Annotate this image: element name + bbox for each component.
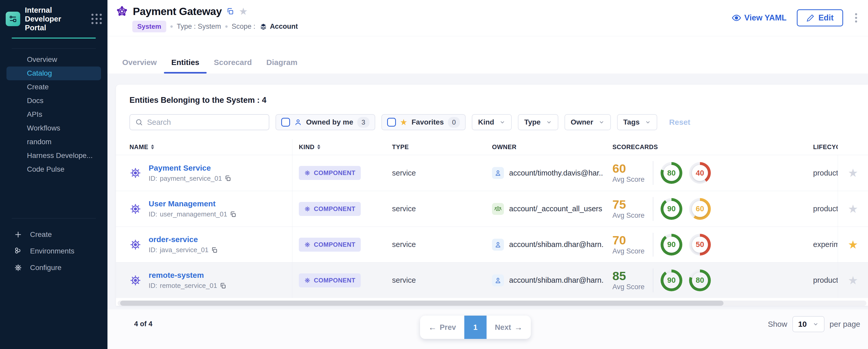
plus-icon bbox=[13, 230, 23, 239]
owner-name[interactable]: account/timothy.davis@har... bbox=[509, 169, 603, 177]
scorecard-gauge[interactable]: 40 bbox=[689, 162, 711, 184]
scorecard-gauge[interactable]: 80 bbox=[689, 269, 711, 291]
search-icon bbox=[135, 118, 143, 126]
entities-card: Entities Belonging to the System : 4 bbox=[116, 85, 868, 306]
entity-id: ID: remote_service_01 bbox=[149, 282, 226, 290]
favorite-star-icon[interactable]: ★ bbox=[848, 239, 858, 250]
horizontal-scrollbar bbox=[116, 300, 868, 306]
scorecard-gauge[interactable]: 90 bbox=[660, 269, 682, 291]
name-cell: Payment Service ID: payment_service_01 bbox=[116, 155, 292, 191]
favorite-title-star-icon[interactable]: ★ bbox=[239, 6, 248, 16]
sidebar-item-environments[interactable]: Environments bbox=[6, 243, 101, 259]
entity-name-link[interactable]: order-service bbox=[149, 235, 218, 244]
more-options-kebab-icon[interactable] bbox=[854, 11, 859, 25]
table-row[interactable]: User Management ID: user_management_01 C… bbox=[116, 191, 868, 226]
entity-tabs: Overview Entities Scorecard Diagram bbox=[107, 36, 868, 73]
lifecycle-cell: production bbox=[803, 262, 838, 298]
copy-title-icon[interactable] bbox=[226, 7, 234, 15]
lifecycle-cell: experimental bbox=[803, 227, 838, 262]
owner-name[interactable]: account/shibam.dhar@harn... bbox=[509, 276, 603, 285]
entity-name-link[interactable]: remote-system bbox=[149, 271, 226, 280]
copy-icon[interactable] bbox=[211, 247, 218, 253]
copy-icon[interactable] bbox=[220, 282, 226, 289]
sidebar-item-create[interactable]: Create bbox=[6, 80, 101, 94]
sidebar-item-code-pulse[interactable]: Code Pulse bbox=[6, 163, 101, 176]
owner-name[interactable]: account/_account_all_users bbox=[509, 204, 602, 213]
scorecard-gauge[interactable]: 80 bbox=[660, 162, 682, 184]
tab-scorecard[interactable]: Scorecard bbox=[207, 58, 259, 73]
sidebar-item-create-new[interactable]: Create bbox=[6, 226, 101, 243]
eye-icon bbox=[732, 13, 741, 23]
scrollbar-track[interactable] bbox=[118, 300, 866, 306]
meta-type: Type : System bbox=[177, 23, 221, 31]
reset-filters-button[interactable]: Reset bbox=[669, 118, 690, 127]
copy-icon[interactable] bbox=[224, 175, 231, 182]
table-row[interactable]: Payment Service ID: payment_service_01 C… bbox=[116, 155, 868, 191]
copy-icon[interactable] bbox=[230, 211, 237, 218]
scorecard-gauge[interactable]: 90 bbox=[660, 234, 682, 256]
page-size-select[interactable]: 10 bbox=[793, 316, 824, 332]
gear-icon bbox=[13, 263, 23, 272]
owner-cell: account/timothy.davis@har... bbox=[487, 155, 603, 191]
owner-name[interactable]: account/shibam.dhar@harn... bbox=[509, 240, 603, 249]
favorite-star-icon[interactable]: ★ bbox=[848, 275, 858, 286]
prev-page-button[interactable]: ← Prev bbox=[420, 316, 464, 339]
entity-id: ID: payment_service_01 bbox=[149, 174, 231, 183]
favorites-checkbox[interactable] bbox=[387, 118, 396, 127]
table-row[interactable]: order-service ID: java_service_01 COMPON… bbox=[116, 226, 868, 262]
scorecard-gauge[interactable]: 60 bbox=[689, 198, 711, 220]
owner-dropdown[interactable]: Owner bbox=[564, 114, 611, 130]
table-row[interactable]: remote-system ID: remote_service_01 COMP… bbox=[116, 262, 868, 298]
component-gear-icon bbox=[304, 277, 311, 284]
edit-button[interactable]: Edit bbox=[797, 9, 843, 26]
entity-id: ID: java_service_01 bbox=[149, 246, 218, 254]
column-header-name[interactable]: NAME bbox=[116, 139, 292, 155]
sidebar-item-apis[interactable]: APIs bbox=[6, 108, 101, 121]
type-dropdown[interactable]: Type bbox=[518, 114, 558, 130]
page-size-control: Show 10 per page bbox=[768, 316, 860, 332]
tab-entities[interactable]: Entities bbox=[164, 58, 206, 73]
column-header-owner: OWNER bbox=[487, 144, 603, 151]
page-number-button[interactable]: 1 bbox=[464, 316, 487, 339]
sidebar-item-harness-developer[interactable]: Harness Develope... bbox=[6, 149, 101, 163]
entity-meta: System Type : System Scope : Account bbox=[132, 21, 298, 32]
owner-icon bbox=[492, 167, 504, 179]
column-header-lifecycle: LIFECYCLE bbox=[803, 144, 838, 151]
chevron-down-icon bbox=[645, 119, 651, 125]
favorites-filter[interactable]: ★ Favorites 0 bbox=[381, 114, 466, 130]
component-gear-icon bbox=[129, 238, 142, 251]
search-input[interactable] bbox=[147, 118, 264, 127]
app-switcher-icon[interactable] bbox=[91, 14, 102, 24]
scrollbar-thumb[interactable] bbox=[120, 300, 723, 306]
owned-by-me-count: 3 bbox=[358, 117, 369, 128]
tab-overview[interactable]: Overview bbox=[115, 58, 164, 73]
sidebar-item-catalog[interactable]: Catalog bbox=[6, 67, 101, 80]
sidebar-item-overview[interactable]: Overview bbox=[6, 53, 101, 67]
owned-by-me-checkbox[interactable] bbox=[281, 118, 290, 127]
component-gear-icon bbox=[129, 166, 142, 180]
tags-dropdown[interactable]: Tags bbox=[617, 114, 657, 130]
hexagons-icon bbox=[13, 247, 23, 256]
column-header-kind[interactable]: KIND bbox=[292, 144, 389, 151]
favorite-star-icon[interactable]: ★ bbox=[848, 167, 858, 179]
sidebar-item-random[interactable]: random bbox=[6, 135, 101, 149]
entity-name-link[interactable]: Payment Service bbox=[149, 164, 231, 172]
view-yaml-button[interactable]: View YAML bbox=[732, 13, 786, 23]
scorecard-gauge[interactable]: 90 bbox=[660, 198, 682, 220]
kind-chip: COMPONENT bbox=[299, 202, 361, 216]
entity-name-link[interactable]: User Management bbox=[149, 199, 237, 208]
user-icon bbox=[494, 277, 502, 284]
sidebar-item-configure[interactable]: Configure bbox=[6, 259, 101, 276]
owned-by-me-filter[interactable]: Owned by me 3 bbox=[276, 114, 375, 130]
kind-dropdown[interactable]: Kind bbox=[472, 114, 512, 130]
owner-cell: account/shibam.dhar@harn... bbox=[487, 262, 603, 298]
scorecard-gauge[interactable]: 50 bbox=[689, 234, 711, 256]
next-page-button[interactable]: Next → bbox=[487, 316, 531, 339]
favorite-star-icon[interactable]: ★ bbox=[848, 203, 858, 215]
harness-idp-logo[interactable] bbox=[6, 12, 20, 26]
sidebar-item-docs[interactable]: Docs bbox=[6, 94, 101, 108]
sort-icon bbox=[151, 145, 154, 149]
tab-diagram[interactable]: Diagram bbox=[259, 58, 305, 73]
main-area: Payment Gateway ★ System Type : System S… bbox=[107, 0, 868, 349]
sidebar-item-workflows[interactable]: Workflows bbox=[6, 121, 101, 135]
